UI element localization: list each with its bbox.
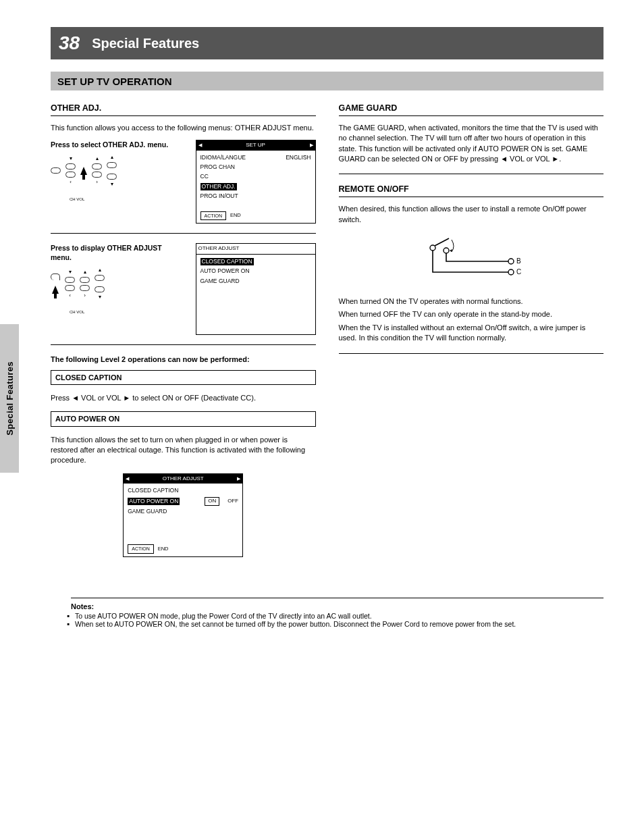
osd-setup-panel: ◀ SET UP ▶ IDIOMA/LANGUEENGLISH PROG CHA… <box>196 140 316 224</box>
left-column: OTHER ADJ. This function allows you acce… <box>51 100 316 567</box>
osd-item-val: ENGLISH <box>286 154 311 161</box>
osd-item-highlight: OTHER ADJ. <box>200 183 237 190</box>
remote-note-1: When turned OFF the TV can only operate … <box>339 309 604 319</box>
caret-right-icon: › <box>84 293 86 298</box>
osd-arrow-left-icon: ◀ <box>126 475 129 481</box>
button-pill-icon <box>65 285 75 291</box>
svg-line-2 <box>435 238 449 246</box>
button-pill-icon <box>107 174 117 180</box>
remote-buttons-step5: ▾ ‹ ▴ › ▴ <box>51 267 181 300</box>
svg-point-4 <box>508 269 514 275</box>
button-pill-icon <box>92 172 102 178</box>
osd-title-bar: ◀ SET UP ▶ <box>196 140 315 151</box>
button-pill-icon <box>107 162 117 168</box>
closed-caption-heading: CLOSED CAPTION <box>51 370 316 386</box>
button-pill-icon <box>65 277 75 283</box>
osd-item: IDIOMA/LANGUE <box>200 154 246 161</box>
osd-other-adjust-panel-2: ◀ OTHER ADJUST ▶ CLOSED CAPTION AUTO POW… <box>123 473 243 557</box>
step-5-label: Press to display OTHER ADJUST menu. <box>51 243 181 262</box>
right-column: GAME GUARD The GAME GUARD, when activate… <box>339 100 604 567</box>
page-number: 38 <box>59 32 80 54</box>
buttons-caption-ch: CH VOL <box>70 309 84 315</box>
osd-action-button: ACTION <box>128 544 153 553</box>
loop-icon <box>51 273 60 280</box>
osd-title-text: OTHER ADJUST <box>198 245 240 253</box>
step-4-row: Press to select OTHER ADJ. menu. ▾ ‹ ▴ <box>51 140 316 234</box>
remote-onoff-section: REMOTE ON/OFF When desired, this functio… <box>339 184 604 353</box>
osd-item: PROG IN/OUT <box>200 192 238 200</box>
button-pill-icon <box>95 286 105 292</box>
arrow-up-icon <box>80 167 87 175</box>
osd-foot-label: END <box>158 546 169 552</box>
caret-right-icon: › <box>96 180 98 185</box>
page-title: Special Features <box>92 36 199 51</box>
osd-off-option: OFF <box>227 498 238 505</box>
caret-down-icon: ▾ <box>111 182 113 187</box>
note-item: When set to AUTO POWER ON, the set canno… <box>51 620 603 628</box>
buttons-caption-ch: CH VOL <box>70 197 84 202</box>
remote-onoff-heading: REMOTE ON/OFF <box>339 184 604 197</box>
osd-title-text: SET UP <box>246 142 265 149</box>
remote-note-0: When turned ON the TV operates with norm… <box>339 296 604 307</box>
game-guard-text: The GAME GUARD, when activated, monitors… <box>339 123 604 165</box>
osd-title-text: OTHER ADJUST <box>163 475 204 483</box>
section-bar-label: SET UP TV OPERATION <box>57 76 171 87</box>
closed-caption-text: Press ◄ VOL or VOL ► to select ON or OFF… <box>51 393 316 403</box>
remote-note-2: When the TV is installed without an exte… <box>339 323 604 344</box>
osd-item: AUTO POWER ON <box>200 267 250 275</box>
caret-down-icon: ▾ <box>99 294 101 300</box>
button-pill-icon <box>65 163 76 170</box>
osd-item: PROG CHAN <box>200 163 235 171</box>
osd-item: GAME GUARD <box>200 278 240 285</box>
osd-item: CC <box>200 173 209 180</box>
step-4-instructions: Press to select OTHER ADJ. menu. ▾ ‹ ▴ <box>51 140 181 202</box>
osd-title-bar: ◀ OTHER ADJUST ▶ <box>124 474 242 484</box>
caret-up-icon: ▴ <box>111 155 113 160</box>
button-pill-icon <box>80 277 90 283</box>
osd-on-option: ON <box>205 497 219 506</box>
pin-b-label: B <box>516 257 521 265</box>
osd-title-bar: OTHER ADJUST <box>196 244 315 255</box>
notes-title: Notes: <box>71 602 603 610</box>
caret-up-icon: ▴ <box>84 269 86 275</box>
step-5-instructions: Press to display OTHER ADJUST menu. ▾ ‹ <box>51 243 181 315</box>
arrow-up-icon <box>52 286 59 294</box>
auto-power-on-text: This function allows the set to turn on … <box>51 435 316 465</box>
level-2-block: The following Level 2 operations can now… <box>51 355 316 557</box>
chapter-header: 38 Special Features <box>51 27 603 59</box>
svg-point-1 <box>444 248 449 253</box>
section-bar: SET UP TV OPERATION <box>51 72 603 90</box>
level-2-caption: The following Level 2 operations can now… <box>51 355 316 365</box>
osd-arrow-right-icon: ▶ <box>310 142 313 148</box>
button-pill-icon <box>80 285 90 291</box>
osd-item: CLOSED CAPTION <box>128 487 178 494</box>
remote-onoff-intro: When desired, this function allows the u… <box>339 204 604 225</box>
remote-buttons-step4: ▾ ‹ ▴ › ▴ <box>51 155 181 187</box>
button-pill-icon <box>92 163 102 170</box>
osd-action-button: ACTION <box>200 211 226 220</box>
caret-left-icon: ‹ <box>69 293 71 298</box>
osd-arrow-left-icon: ◀ <box>198 142 202 148</box>
game-guard-heading: GAME GUARD <box>339 103 604 116</box>
button-pill-icon <box>65 172 76 178</box>
notes-list: To use AUTO POWER ON mode, plug the Powe… <box>51 612 603 628</box>
side-tab-label: Special Features <box>5 361 15 436</box>
osd-foot-label: END <box>230 212 241 219</box>
notes-block: Notes: To use AUTO POWER ON mode, plug t… <box>51 598 603 628</box>
caret-down-icon: ▾ <box>70 156 72 161</box>
caret-down-icon: ▾ <box>69 269 72 275</box>
osd-item-highlight: CLOSED CAPTION <box>200 258 254 265</box>
caret-left-icon: ‹ <box>70 180 72 185</box>
step-4-label: Press to select OTHER ADJ. menu. <box>51 140 181 149</box>
auto-power-on-heading: AUTO POWER ON <box>51 411 316 427</box>
svg-point-0 <box>430 245 435 251</box>
other-adj-heading: OTHER ADJ. <box>51 103 316 116</box>
osd-item: GAME GUARD <box>128 508 167 515</box>
other-adj-intro: This function allows you access to the f… <box>51 123 316 133</box>
caret-up-icon: ▴ <box>96 156 99 161</box>
osd-item-highlight: AUTO POWER ON <box>128 498 180 505</box>
pin-c-label: C <box>516 268 521 276</box>
side-tab: Special Features <box>0 324 19 473</box>
game-guard-section: GAME GUARD The GAME GUARD, when activate… <box>339 103 604 174</box>
osd-other-adjust-panel: OTHER ADJUST CLOSED CAPTION AUTO POWER O… <box>196 243 316 335</box>
